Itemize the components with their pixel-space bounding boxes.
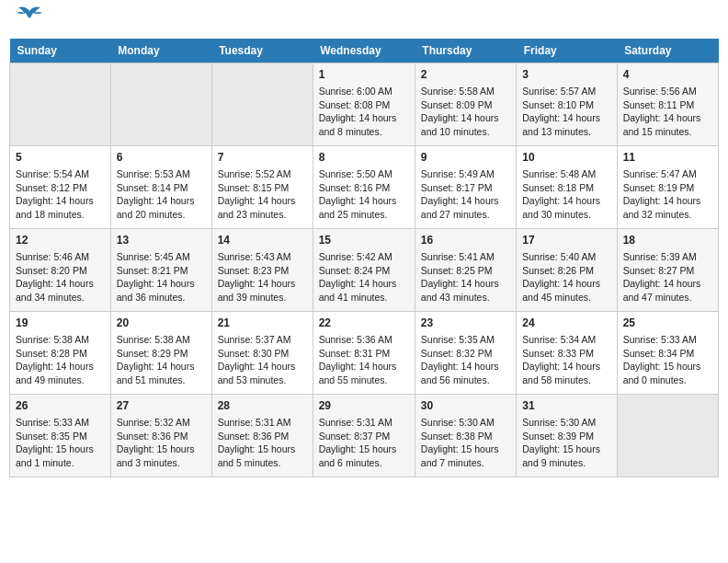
- day-number: 20: [117, 316, 206, 331]
- calendar-week-row: 1Sunrise: 6:00 AMSunset: 8:08 PMDaylight…: [10, 63, 719, 146]
- day-number: 2: [421, 67, 510, 83]
- calendar-cell: 18Sunrise: 5:39 AMSunset: 8:27 PMDayligh…: [617, 229, 718, 312]
- day-number: 25: [623, 316, 712, 331]
- day-info: Sunrise: 5:46 AMSunset: 8:20 PMDaylight:…: [16, 250, 105, 304]
- column-header-friday: Friday: [517, 39, 617, 63]
- day-number: 15: [319, 233, 409, 248]
- calendar-cell: 23Sunrise: 5:35 AMSunset: 8:32 PMDayligh…: [415, 312, 516, 395]
- day-number: 11: [623, 150, 712, 166]
- day-number: 14: [218, 233, 307, 248]
- day-number: 8: [319, 150, 409, 166]
- day-info: Sunrise: 5:32 AMSunset: 8:36 PMDaylight:…: [117, 416, 206, 470]
- calendar-cell: 16Sunrise: 5:41 AMSunset: 8:25 PMDayligh…: [415, 229, 516, 312]
- day-number: 7: [218, 150, 307, 166]
- day-number: 12: [16, 233, 105, 248]
- day-number: 24: [522, 316, 610, 331]
- day-info: Sunrise: 5:31 AMSunset: 8:37 PMDaylight:…: [319, 416, 409, 470]
- day-info: Sunrise: 5:50 AMSunset: 8:16 PMDaylight:…: [319, 167, 409, 222]
- calendar-cell: 24Sunrise: 5:34 AMSunset: 8:33 PMDayligh…: [517, 312, 617, 395]
- calendar-cell: 13Sunrise: 5:45 AMSunset: 8:21 PMDayligh…: [110, 229, 211, 312]
- day-number: 22: [319, 316, 409, 331]
- calendar-cell: 28Sunrise: 5:31 AMSunset: 8:36 PMDayligh…: [211, 395, 313, 477]
- day-info: Sunrise: 5:37 AMSunset: 8:30 PMDaylight:…: [218, 333, 307, 387]
- column-header-wednesday: Wednesday: [313, 39, 415, 63]
- day-info: Sunrise: 5:30 AMSunset: 8:39 PMDaylight:…: [522, 416, 610, 470]
- day-number: 19: [16, 316, 105, 331]
- calendar-cell: [110, 63, 211, 146]
- calendar-cell: 25Sunrise: 5:33 AMSunset: 8:34 PMDayligh…: [617, 312, 718, 395]
- calendar-cell: 17Sunrise: 5:40 AMSunset: 8:26 PMDayligh…: [517, 229, 617, 312]
- day-info: Sunrise: 5:31 AMSunset: 8:36 PMDaylight:…: [218, 416, 307, 470]
- day-info: Sunrise: 5:43 AMSunset: 8:23 PMDaylight:…: [218, 250, 307, 304]
- day-number: 6: [117, 150, 206, 166]
- day-info: Sunrise: 5:42 AMSunset: 8:24 PMDaylight:…: [319, 250, 409, 304]
- day-info: Sunrise: 5:36 AMSunset: 8:31 PMDaylight:…: [319, 333, 409, 387]
- page-header: [9, 9, 719, 31]
- calendar-cell: 19Sunrise: 5:38 AMSunset: 8:28 PMDayligh…: [10, 312, 111, 395]
- calendar-cell: 26Sunrise: 5:33 AMSunset: 8:35 PMDayligh…: [10, 395, 111, 477]
- day-number: 5: [16, 150, 105, 166]
- day-number: 10: [522, 150, 610, 166]
- day-number: 16: [421, 233, 510, 248]
- calendar-week-row: 19Sunrise: 5:38 AMSunset: 8:28 PMDayligh…: [10, 312, 719, 395]
- day-number: 28: [218, 398, 307, 414]
- day-number: 29: [319, 398, 409, 414]
- calendar-cell: 22Sunrise: 5:36 AMSunset: 8:31 PMDayligh…: [313, 312, 415, 395]
- calendar-cell: 3Sunrise: 5:57 AMSunset: 8:10 PMDaylight…: [517, 63, 617, 146]
- day-number: 4: [623, 67, 712, 83]
- day-info: Sunrise: 5:39 AMSunset: 8:27 PMDaylight:…: [623, 250, 712, 304]
- calendar-cell: 2Sunrise: 5:58 AMSunset: 8:09 PMDaylight…: [415, 63, 516, 146]
- calendar-cell: 4Sunrise: 5:56 AMSunset: 8:11 PMDaylight…: [617, 63, 718, 146]
- calendar-cell: 20Sunrise: 5:38 AMSunset: 8:29 PMDayligh…: [110, 312, 211, 395]
- day-info: Sunrise: 5:33 AMSunset: 8:34 PMDaylight:…: [623, 333, 712, 387]
- calendar-cell: [211, 63, 313, 146]
- column-header-saturday: Saturday: [617, 39, 718, 63]
- day-number: 27: [117, 398, 206, 414]
- day-info: Sunrise: 5:47 AMSunset: 8:19 PMDaylight:…: [623, 167, 712, 222]
- day-info: Sunrise: 5:54 AMSunset: 8:12 PMDaylight:…: [16, 167, 105, 222]
- calendar-cell: 5Sunrise: 5:54 AMSunset: 8:12 PMDaylight…: [10, 146, 111, 229]
- day-number: 30: [421, 398, 510, 414]
- column-header-sunday: Sunday: [10, 39, 111, 63]
- day-info: Sunrise: 5:48 AMSunset: 8:18 PMDaylight:…: [522, 167, 610, 222]
- day-number: 17: [522, 233, 610, 248]
- day-info: Sunrise: 5:35 AMSunset: 8:32 PMDaylight:…: [421, 333, 510, 387]
- calendar-cell: 9Sunrise: 5:49 AMSunset: 8:17 PMDaylight…: [415, 146, 516, 229]
- day-info: Sunrise: 5:57 AMSunset: 8:10 PMDaylight:…: [522, 85, 610, 139]
- day-info: Sunrise: 5:45 AMSunset: 8:21 PMDaylight:…: [117, 250, 206, 304]
- calendar-cell: 7Sunrise: 5:52 AMSunset: 8:15 PMDaylight…: [211, 146, 313, 229]
- calendar-cell: 30Sunrise: 5:30 AMSunset: 8:38 PMDayligh…: [415, 395, 516, 477]
- calendar-header-row: SundayMondayTuesdayWednesdayThursdayFrid…: [10, 39, 719, 63]
- calendar-cell: 21Sunrise: 5:37 AMSunset: 8:30 PMDayligh…: [211, 312, 313, 395]
- column-header-monday: Monday: [110, 39, 211, 63]
- calendar-cell: 29Sunrise: 5:31 AMSunset: 8:37 PMDayligh…: [313, 395, 415, 477]
- calendar-cell: 14Sunrise: 5:43 AMSunset: 8:23 PMDayligh…: [211, 229, 313, 312]
- day-info: Sunrise: 5:38 AMSunset: 8:28 PMDaylight:…: [16, 333, 105, 387]
- calendar-cell: 10Sunrise: 5:48 AMSunset: 8:18 PMDayligh…: [517, 146, 617, 229]
- day-number: 26: [16, 398, 105, 414]
- calendar-cell: 27Sunrise: 5:32 AMSunset: 8:36 PMDayligh…: [110, 395, 211, 477]
- day-info: Sunrise: 5:33 AMSunset: 8:35 PMDaylight:…: [16, 416, 105, 470]
- calendar-cell: 31Sunrise: 5:30 AMSunset: 8:39 PMDayligh…: [517, 395, 617, 477]
- day-info: Sunrise: 5:34 AMSunset: 8:33 PMDaylight:…: [522, 333, 610, 387]
- day-info: Sunrise: 5:56 AMSunset: 8:11 PMDaylight:…: [623, 85, 712, 139]
- day-number: 18: [623, 233, 712, 248]
- column-header-tuesday: Tuesday: [211, 39, 313, 63]
- day-info: Sunrise: 5:49 AMSunset: 8:17 PMDaylight:…: [421, 167, 510, 222]
- calendar-cell: 8Sunrise: 5:50 AMSunset: 8:16 PMDaylight…: [313, 146, 415, 229]
- calendar-cell: 12Sunrise: 5:46 AMSunset: 8:20 PMDayligh…: [10, 229, 111, 312]
- column-header-thursday: Thursday: [415, 39, 516, 63]
- day-number: 1: [319, 67, 409, 83]
- calendar-cell: 15Sunrise: 5:42 AMSunset: 8:24 PMDayligh…: [313, 229, 415, 312]
- calendar-week-row: 26Sunrise: 5:33 AMSunset: 8:35 PMDayligh…: [10, 395, 719, 477]
- calendar-cell: 11Sunrise: 5:47 AMSunset: 8:19 PMDayligh…: [617, 146, 718, 229]
- day-info: Sunrise: 5:53 AMSunset: 8:14 PMDaylight:…: [117, 167, 206, 222]
- day-info: Sunrise: 5:30 AMSunset: 8:38 PMDaylight:…: [421, 416, 510, 470]
- calendar-cell: [617, 395, 718, 477]
- day-info: Sunrise: 5:58 AMSunset: 8:09 PMDaylight:…: [421, 85, 510, 139]
- day-info: Sunrise: 6:00 AMSunset: 8:08 PMDaylight:…: [319, 85, 409, 139]
- day-info: Sunrise: 5:41 AMSunset: 8:25 PMDaylight:…: [421, 250, 510, 304]
- calendar-table: SundayMondayTuesdayWednesdayThursdayFrid…: [9, 39, 719, 477]
- day-info: Sunrise: 5:40 AMSunset: 8:26 PMDaylight:…: [522, 250, 610, 304]
- day-number: 9: [421, 150, 510, 166]
